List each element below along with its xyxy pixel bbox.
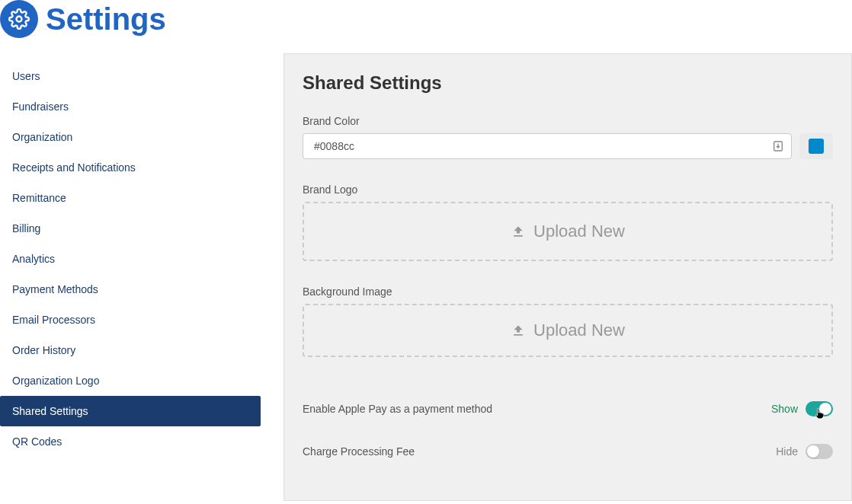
sidebar-item-organization[interactable]: Organization [0, 122, 261, 152]
svg-point-0 [17, 17, 22, 22]
sidebar-item-analytics[interactable]: Analytics [0, 244, 261, 274]
sidebar-item-qr-codes[interactable]: QR Codes [0, 426, 261, 457]
sidebar-item-email-processors[interactable]: Email Processors [0, 305, 261, 335]
brand-logo-field: Brand Logo Upload New [303, 183, 833, 261]
processing-fee-toggle[interactable] [806, 444, 833, 459]
upload-icon [511, 323, 526, 338]
brand-logo-dropzone[interactable]: Upload New [303, 202, 833, 261]
background-image-label: Background Image [303, 285, 833, 298]
sidebar-item-fundraisers[interactable]: Fundraisers [0, 91, 261, 122]
panel-title: Shared Settings [303, 72, 833, 94]
brand-logo-upload-text: Upload New [533, 222, 625, 241]
brand-color-swatch-container[interactable] [799, 133, 833, 159]
toggle-knob [807, 445, 819, 458]
upload-icon [511, 224, 526, 239]
apple-pay-state-text: Show [771, 403, 798, 415]
sidebar-item-organization-logo[interactable]: Organization Logo [0, 365, 261, 396]
brand-color-swatch [809, 139, 824, 154]
sidebar-item-users[interactable]: Users [0, 61, 261, 91]
brand-color-label: Brand Color [303, 115, 833, 127]
apple-pay-toggle[interactable] [806, 401, 833, 416]
background-image-upload-text: Upload New [533, 321, 625, 340]
processing-fee-label: Charge Processing Fee [303, 445, 415, 458]
main-content: Shared Settings Brand Color Bran [283, 53, 852, 501]
brand-color-input[interactable] [303, 133, 792, 159]
page-title: Settings [46, 2, 166, 37]
background-image-dropzone[interactable]: Upload New [303, 304, 833, 357]
brand-color-field: Brand Color [303, 115, 833, 159]
sidebar-item-billing[interactable]: Billing [0, 213, 261, 244]
color-picker-icon[interactable] [772, 140, 784, 152]
processing-fee-state-text: Hide [776, 445, 798, 458]
page-header: Settings [0, 0, 852, 53]
toggle-knob [819, 403, 831, 415]
shared-settings-panel: Shared Settings Brand Color Bran [283, 53, 852, 501]
sidebar-item-payment-methods[interactable]: Payment Methods [0, 274, 261, 305]
sidebar-item-order-history[interactable]: Order History [0, 335, 261, 365]
sidebar-item-receipts-notifications[interactable]: Receipts and Notifications [0, 152, 261, 183]
apple-pay-label: Enable Apple Pay as a payment method [303, 403, 492, 415]
background-image-field: Background Image Upload New [303, 285, 833, 357]
settings-gear-icon [0, 0, 38, 38]
sidebar-item-shared-settings[interactable]: Shared Settings [0, 396, 261, 426]
apple-pay-row: Enable Apple Pay as a payment method Sho… [303, 397, 833, 421]
sidebar-item-remittance[interactable]: Remittance [0, 183, 261, 213]
processing-fee-row: Charge Processing Fee Hide [303, 439, 833, 464]
brand-logo-label: Brand Logo [303, 183, 833, 196]
settings-sidebar: Users Fundraisers Organization Receipts … [0, 53, 261, 501]
